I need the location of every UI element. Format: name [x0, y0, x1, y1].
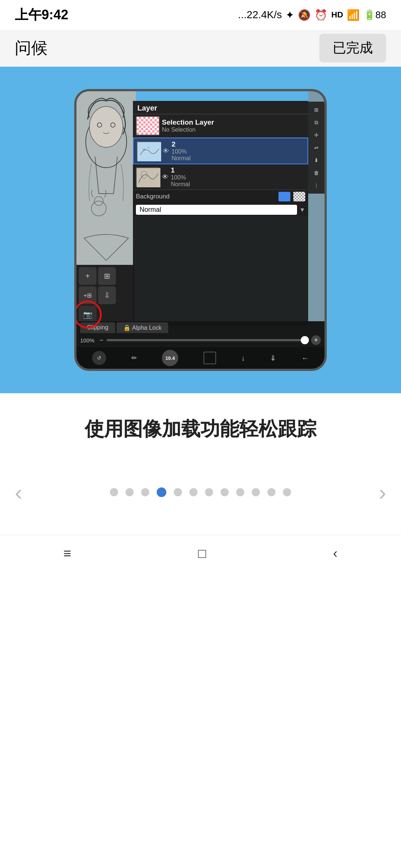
selection-layer-sub: No Selection — [162, 126, 305, 133]
background-blue-swatch — [278, 192, 290, 201]
screenshot-container: Layer Selection Layer No Selection — [0, 67, 401, 393]
layer-1-eye[interactable]: 👁 — [162, 173, 169, 181]
layer-1-row[interactable]: 👁 1 100% Normal — [133, 164, 308, 190]
background-checker-swatch — [293, 192, 305, 201]
layer-1-thumb — [136, 167, 160, 187]
layer-2-opacity: 100% — [172, 148, 304, 155]
network-speed: ...22.4K/s — [238, 9, 282, 21]
layer-panel-header: Layer — [133, 101, 308, 114]
home-icon[interactable]: □ — [198, 546, 206, 561]
layer-1-info: 1 100% Normal — [171, 166, 305, 188]
prev-arrow[interactable]: ‹ — [0, 480, 37, 505]
sidebar-layers-icon[interactable]: ⧉ — [310, 116, 323, 128]
menu-icon[interactable]: ≡ — [63, 546, 71, 561]
background-row: Background — [133, 190, 308, 203]
opacity-value: 100% — [80, 337, 97, 343]
nav-title: 问候 — [15, 37, 48, 59]
status-bar: 上午9:42 ...22.4K/s ✦ 🔕 ⏰ HD 📶 🔋88 — [0, 0, 401, 30]
add-group-button[interactable]: +⊞ — [79, 286, 97, 304]
opacity-slider[interactable] — [107, 339, 308, 341]
layer-panel-title: Layer — [137, 104, 157, 112]
minus-button[interactable]: − — [100, 336, 104, 344]
page-dot-7[interactable] — [205, 488, 213, 496]
clipping-tab[interactable]: Clipping — [80, 322, 115, 333]
svg-point-9 — [148, 147, 149, 148]
layer-1-mode: Normal — [171, 181, 305, 188]
selection-layer-row[interactable]: Selection Layer No Selection — [133, 114, 308, 138]
alpha-lock-label: Alpha Lock — [132, 325, 162, 331]
pagination-area: ‹ › — [0, 465, 401, 535]
layer-1-opacity: 100% — [171, 174, 305, 181]
layer-2-mode: Normal — [172, 155, 304, 162]
sidebar-more-icon[interactable]: ⋮ — [310, 180, 323, 191]
tab-strip: Clipping 🔒 Alpha Lock — [76, 321, 325, 333]
layer-1-thumb-svg — [137, 168, 160, 187]
caption-text: 使用图像加载功能轻松跟踪 — [30, 415, 371, 443]
page-dot-4[interactable] — [157, 487, 166, 497]
selection-layer-thumb — [136, 116, 160, 135]
layer-2-info: 2 100% Normal — [172, 140, 304, 162]
duplicate-button[interactable]: ⊞ — [98, 267, 116, 285]
page-dot-10[interactable] — [252, 488, 260, 496]
alpha-lock-tab[interactable]: 🔒 Alpha Lock — [117, 322, 168, 333]
layer-2-eye[interactable]: 👁 — [163, 147, 169, 155]
battery-icon: 🔋88 — [363, 9, 386, 21]
page-dot-12[interactable] — [283, 488, 291, 496]
layer-2-thumb-svg — [137, 142, 161, 161]
opacity-row: 100% − + — [76, 333, 325, 347]
page-dot-8[interactable] — [221, 488, 229, 496]
camera-button[interactable]: 📷 — [79, 306, 97, 323]
phone-frame: Layer Selection Layer No Selection — [74, 89, 327, 371]
back-arrow-icon[interactable]: ← — [301, 354, 309, 362]
layer-2-row[interactable]: 👁 2 100% Normal — [133, 138, 308, 164]
page-dot-1[interactable] — [110, 488, 118, 496]
background-label: Background — [136, 193, 276, 200]
bluetooth-icon: ✦ — [286, 9, 294, 21]
right-sidebar: ⊞ ⧉ ✛ ⇌ ⬇ 🗑 ⋮ — [308, 102, 325, 194]
layer-2-name: 2 — [172, 140, 304, 148]
plus-button[interactable]: + — [311, 335, 321, 345]
pen-tool[interactable]: ✏ — [131, 354, 137, 362]
caption-area: 使用图像加载功能轻松跟踪 — [0, 393, 401, 465]
double-down-icon[interactable]: ⇓ — [270, 354, 276, 362]
mute-icon: 🔕 — [298, 9, 311, 21]
lock-icon: 🔒 — [123, 324, 131, 331]
page-dot-9[interactable] — [236, 488, 244, 496]
svg-point-2 — [89, 106, 123, 147]
sidebar-move-icon[interactable]: ✛ — [310, 129, 323, 141]
done-button[interactable]: 已完成 — [319, 34, 386, 62]
page-dots — [37, 487, 364, 497]
sidebar-flip-icon[interactable]: ⇌ — [310, 142, 323, 154]
blend-arrow: ▼ — [299, 207, 305, 213]
svg-point-8 — [143, 148, 145, 151]
transform-tool[interactable]: ↺ — [92, 351, 106, 365]
camera-button-wrap: 📷 — [79, 306, 97, 323]
sidebar-checkerboard-icon[interactable]: ⊞ — [310, 104, 323, 116]
slider-thumb[interactable] — [301, 336, 309, 344]
top-nav: 问候 已完成 — [0, 30, 401, 67]
add-layer-button[interactable]: + — [79, 267, 97, 285]
page-dot-2[interactable] — [125, 488, 134, 496]
flatten-button[interactable]: ⇩ — [98, 286, 116, 304]
phone-screen: Layer Selection Layer No Selection — [76, 91, 325, 369]
sidebar-merge-icon[interactable]: ⬇ — [310, 154, 323, 166]
color-swatch[interactable] — [203, 352, 216, 364]
page-dot-5[interactable] — [174, 488, 182, 496]
blend-mode-row: Normal ▼ — [133, 203, 308, 216]
next-arrow[interactable]: › — [364, 480, 401, 505]
system-bar: ≡ □ ‹ — [0, 535, 401, 572]
back-icon[interactable]: ‹ — [333, 546, 338, 561]
page-dot-11[interactable] — [267, 488, 276, 496]
svg-rect-10 — [137, 168, 160, 187]
sidebar-delete-icon[interactable]: 🗑 — [310, 167, 323, 179]
blend-mode-value[interactable]: Normal — [136, 205, 297, 215]
alarm-icon: ⏰ — [314, 9, 327, 21]
signal-icon: 📶 — [347, 9, 360, 21]
down-arrow-icon[interactable]: ↓ — [241, 354, 245, 362]
brush-size-display: 10.4 — [162, 350, 178, 366]
page-dot-3[interactable] — [141, 488, 149, 496]
selection-layer-name: Selection Layer — [162, 118, 305, 126]
page-dot-6[interactable] — [189, 488, 198, 496]
layer-1-name: 1 — [171, 166, 305, 174]
left-tool-buttons: + ⊞ +⊞ ⇩ 📷 — [76, 265, 134, 326]
